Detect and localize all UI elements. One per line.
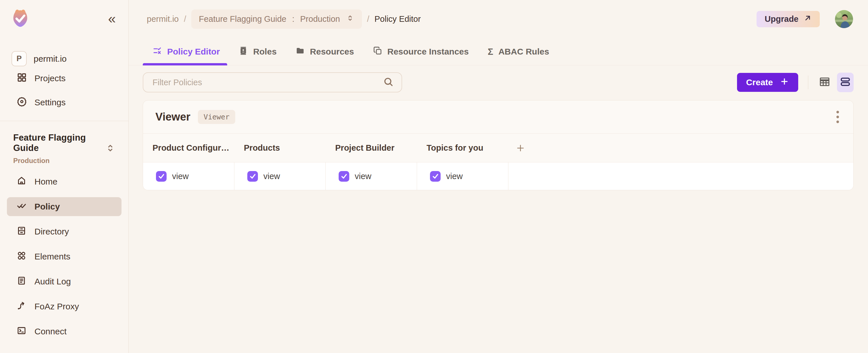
checkbox-checked[interactable]: [156, 171, 166, 182]
breadcrumb-environment: Production: [300, 14, 340, 24]
checkbox-checked[interactable]: [430, 171, 441, 182]
topbar: permit.io / Feature Flagging Guide : Pro…: [129, 0, 868, 38]
filter-policies-field: [143, 72, 402, 92]
toolbar-divider: [808, 75, 808, 89]
document-icon: [17, 276, 26, 288]
route-arrow-icon: [17, 301, 26, 313]
rows-view-toggle[interactable]: [837, 73, 854, 92]
column-header: Topics for you: [417, 143, 508, 153]
permission-label: view: [264, 172, 280, 181]
stacked-rows-icon: [839, 76, 851, 89]
sidebar-item-label: Policy: [34, 202, 60, 212]
org-initial-badge: P: [11, 51, 27, 66]
chevron-updown-icon: [346, 14, 354, 24]
checkbox-checked[interactable]: [247, 171, 258, 182]
home-icon: [17, 176, 26, 188]
tab-label: Resources: [310, 47, 354, 57]
permission-cell: view: [235, 162, 326, 190]
policy-editor-icon: [153, 46, 162, 57]
breadcrumb: permit.io / Feature Flagging Guide : Pro…: [147, 9, 421, 29]
arrow-up-right-icon: [804, 14, 812, 24]
gear-icon: [17, 96, 27, 109]
column-header: Products: [235, 143, 326, 153]
sidebar-item-projects[interactable]: Projects: [0, 66, 128, 90]
sidebar-item-connect[interactable]: Connect: [7, 322, 122, 341]
filter-policies-input[interactable]: [152, 77, 382, 88]
toolbar: Create: [129, 65, 868, 92]
tab-roles[interactable]: Roles: [239, 38, 277, 65]
roles-badge-icon: [239, 46, 248, 57]
tab-abac-rules[interactable]: Σ ABAC Rules: [488, 38, 549, 65]
tab-label: Resource Instances: [388, 47, 469, 57]
environment-name: Production: [13, 157, 105, 165]
permission-cell: view: [326, 162, 417, 190]
kebab-menu-icon[interactable]: [834, 108, 842, 126]
double-check-icon: [17, 201, 26, 213]
table-grid-icon: [818, 76, 831, 89]
breadcrumb-org[interactable]: permit.io: [147, 14, 179, 24]
breadcrumb-project: Feature Flagging Guide: [199, 14, 286, 24]
role-title: Viewer: [155, 111, 190, 123]
copy-icon: [373, 46, 382, 57]
tab-label: ABAC Rules: [498, 47, 549, 57]
permission-label: view: [355, 172, 371, 181]
search-icon: [382, 76, 394, 89]
circles-icon: [17, 251, 26, 263]
sidebar-item-policy[interactable]: Policy: [7, 197, 122, 216]
breadcrumb-separator: /: [184, 14, 186, 24]
terminal-icon: [17, 326, 26, 338]
table-view-toggle[interactable]: [816, 73, 833, 92]
project-environment-selector[interactable]: Feature Flagging Guide Production: [0, 121, 128, 165]
sidebar-item-label: Projects: [34, 73, 65, 83]
tab-label: Roles: [253, 47, 277, 57]
sidebar-item-label: Home: [34, 177, 57, 187]
plus-icon: [780, 77, 789, 88]
breadcrumb-project-env-selector[interactable]: Feature Flagging Guide : Production: [191, 9, 362, 29]
sidebar-item-elements[interactable]: Elements: [7, 247, 122, 266]
create-button[interactable]: Create: [737, 73, 798, 92]
sidebar-item-directory[interactable]: Directory: [7, 222, 122, 241]
tab-resources[interactable]: Resources: [296, 38, 354, 65]
tab-resource-instances[interactable]: Resource Instances: [373, 38, 469, 65]
sidebar-nav: Home Policy Directory: [7, 172, 122, 341]
sidebar-item-label: FoAz Proxy: [34, 301, 79, 311]
breadcrumb-current-page: Policy Editor: [375, 14, 421, 24]
tab-label: Policy Editor: [167, 47, 220, 57]
sidebar-item-settings[interactable]: Settings: [0, 90, 128, 115]
main-content: permit.io / Feature Flagging Guide : Pro…: [129, 0, 868, 353]
sidebar-item-label: Connect: [34, 327, 67, 336]
column-header: Product Configur…: [143, 143, 235, 153]
grid-icon: [17, 72, 27, 85]
breadcrumb-colon: :: [292, 14, 294, 24]
sidebar-item-label: Elements: [34, 252, 70, 261]
chevron-updown-icon: [105, 142, 116, 155]
sidebar: « P permit.io Projects Settings: [0, 0, 129, 353]
role-key-badge: Viewer: [198, 110, 235, 124]
user-avatar[interactable]: [835, 10, 853, 28]
upgrade-button[interactable]: Upgrade: [756, 11, 820, 27]
column-header: Project Builder: [326, 143, 417, 153]
sidebar-item-label: Audit Log: [34, 277, 71, 286]
create-label: Create: [746, 77, 773, 87]
empty-cell: [508, 162, 854, 190]
tab-bar: Policy Editor Roles: [129, 38, 868, 65]
app-root: « P permit.io Projects Settings: [0, 0, 868, 353]
folder-icon: [296, 46, 305, 57]
sidebar-item-label: Directory: [34, 227, 69, 236]
sidebar-collapse-icon[interactable]: «: [108, 12, 116, 26]
org-name: permit.io: [34, 54, 67, 64]
sidebar-item-foaz-proxy[interactable]: FoAz Proxy: [7, 297, 122, 316]
permit-fox-logo: [9, 7, 31, 30]
checkbox-checked[interactable]: [339, 171, 349, 182]
permission-cell: view: [143, 162, 235, 190]
tab-policy-editor[interactable]: Policy Editor: [153, 38, 220, 65]
permission-label: view: [172, 172, 189, 181]
role-card-viewer: Viewer Viewer Product Configur… Products…: [143, 100, 854, 190]
sidebar-item-home[interactable]: Home: [7, 172, 122, 191]
sidebar-item-label: Settings: [34, 98, 65, 107]
add-column-button[interactable]: [508, 143, 525, 153]
sidebar-item-audit-log[interactable]: Audit Log: [7, 272, 122, 291]
org-switcher[interactable]: P permit.io: [11, 51, 128, 66]
sigma-icon: Σ: [488, 46, 493, 57]
project-name: Feature Flagging Guide: [13, 133, 105, 153]
